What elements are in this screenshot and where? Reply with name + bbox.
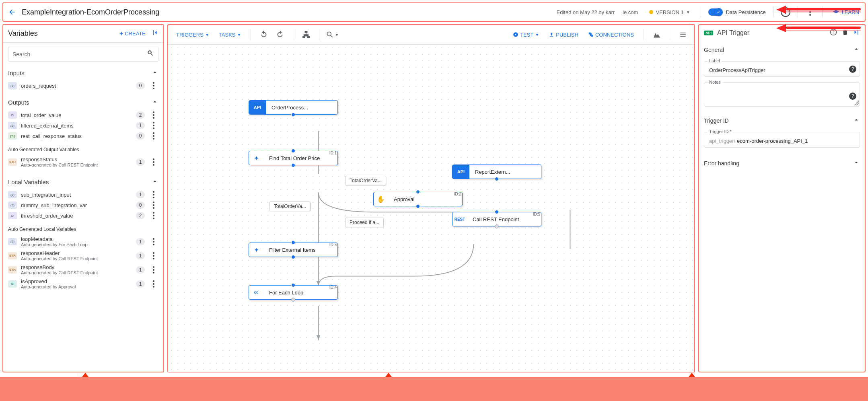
collapse-panel-button[interactable] <box>151 29 158 38</box>
error-handling-section-header[interactable]: Error handling <box>704 157 860 169</box>
domain-label: le.com <box>623 9 638 15</box>
variable-item[interactable]: BisApprovedAuto-generated by Approval1 <box>3 277 163 291</box>
chevron-down-icon <box>853 159 860 167</box>
autogen-local-heading: Auto Generated Local Variables <box>3 224 163 234</box>
variable-item[interactable]: STRresponseBodyAuto-generated by Call RE… <box>3 263 163 277</box>
port-icon[interactable] <box>291 241 295 245</box>
chevron-down-icon: ▼ <box>205 33 209 37</box>
variable-menu-button[interactable] <box>149 252 158 259</box>
usage-count-badge: 1 <box>136 158 145 166</box>
variable-item[interactable]: (J)dummy_sub_integration_var0 <box>3 200 163 210</box>
type-chip-icon: (J) <box>8 238 17 245</box>
variable-menu-button[interactable] <box>149 212 158 219</box>
port-icon[interactable] <box>291 255 295 259</box>
chevron-down-icon: ▼ <box>686 10 690 14</box>
connections-button[interactable]: CONNECTIONS <box>584 29 638 40</box>
port-icon[interactable] <box>495 210 499 214</box>
variable-menu-button[interactable] <box>149 111 158 119</box>
node-trigger-orderprocess[interactable]: API OrderProcess... <box>249 100 338 115</box>
usage-count-badge: 2 <box>136 111 145 119</box>
chevron-up-icon <box>151 178 158 186</box>
variable-menu-button[interactable] <box>149 238 158 245</box>
back-button[interactable] <box>6 6 19 19</box>
publish-button[interactable]: PUBLISH <box>545 29 582 40</box>
variable-menu-button[interactable] <box>149 266 158 274</box>
variable-menu-button[interactable] <box>149 132 158 140</box>
general-section-header[interactable]: General <box>704 44 860 56</box>
variable-name: responseStatusAuto-generated by Call RES… <box>21 156 132 167</box>
resize-handle-icon[interactable] <box>854 101 859 105</box>
port-icon[interactable] <box>291 298 295 302</box>
variable-item[interactable]: [S]rest_call_response_status0 <box>3 131 163 141</box>
notes-textarea[interactable] <box>709 88 855 101</box>
node-task-find-total[interactable]: ID:1 ✦ Find Total Order Price <box>249 151 338 165</box>
variable-item[interactable]: (J)orders_request0 <box>3 80 163 91</box>
port-icon[interactable] <box>291 149 295 153</box>
node-task-filter[interactable]: ID:3 ✦ Filter External Items <box>249 243 338 257</box>
undo-button[interactable] <box>257 27 271 42</box>
divider <box>670 29 670 40</box>
menu-button[interactable] <box>676 27 690 42</box>
divider <box>773 6 773 18</box>
annotation-arrow-icon <box>776 24 861 32</box>
variable-menu-button[interactable] <box>149 202 158 209</box>
inputs-section-header[interactable]: Inputs <box>3 66 163 80</box>
test-button[interactable]: TEST ▼ <box>509 29 543 40</box>
variable-item[interactable]: (J)loopMetadataAuto-generated by For Eac… <box>3 234 163 249</box>
canvas-area[interactable]: API OrderProcess... ID:1 ✦ Find Total Or… <box>168 45 694 372</box>
variable-item[interactable]: STRresponseHeaderAuto-generated by Call … <box>3 249 163 263</box>
port-icon[interactable] <box>495 224 499 228</box>
chevron-up-icon <box>151 98 158 107</box>
triggers-menu[interactable]: TRIGGERS ▼ <box>172 29 213 40</box>
node-task-approval[interactable]: ID:2 ✋ Approval <box>373 192 463 206</box>
variable-item[interactable]: (J)sub_integration_input1 <box>3 189 163 200</box>
variable-sublabel: Auto-generated by Approval <box>21 284 132 289</box>
zoom-menu[interactable]: ▼ <box>325 27 339 42</box>
help-icon[interactable]: ? <box>849 93 856 100</box>
variable-item[interactable]: STRresponseStatusAuto-generated by Call … <box>3 155 163 169</box>
divider <box>644 29 644 40</box>
variable-item[interactable]: (J)filtered_external_items1 <box>3 120 163 131</box>
node-task-foreach[interactable]: ID:4 ∞ For Each Loop <box>249 285 338 300</box>
port-icon[interactable] <box>291 163 295 167</box>
data-persistence-toggle[interactable]: ✓ Data Persistence <box>708 8 766 16</box>
logs-button[interactable] <box>650 27 664 42</box>
variable-sublabel: Auto-generated by For Each Loop <box>21 242 132 247</box>
variable-name: filtered_external_items <box>21 123 132 129</box>
trigger-id-section-header[interactable]: Trigger ID <box>704 115 860 126</box>
edge-label[interactable]: Proceed if a... <box>345 218 384 227</box>
redo-button[interactable] <box>273 27 287 42</box>
variable-menu-button[interactable] <box>149 191 158 198</box>
outputs-section-header[interactable]: Outputs <box>3 95 163 110</box>
label-field[interactable]: Label OrderProcessApiTrigger ? <box>704 61 860 77</box>
search-input[interactable] <box>8 47 158 62</box>
variable-item[interactable]: Dthreshold_order_value2 <box>3 210 163 221</box>
port-icon[interactable] <box>291 283 295 287</box>
edge-label[interactable]: TotalOrderVa... <box>269 202 311 211</box>
port-icon[interactable] <box>416 190 420 194</box>
version-dropdown[interactable]: VERSION 1 ▼ <box>646 8 693 17</box>
layout-button[interactable] <box>299 27 313 42</box>
search-field[interactable] <box>12 51 147 58</box>
variable-menu-button[interactable] <box>149 122 158 129</box>
notes-field[interactable]: Notes ? <box>704 82 860 107</box>
variable-menu-button[interactable] <box>149 280 158 288</box>
help-icon[interactable]: ? <box>849 66 856 73</box>
variable-menu-button[interactable] <box>149 158 158 166</box>
tasks-menu[interactable]: TASKS ▼ <box>215 29 245 40</box>
port-icon[interactable] <box>495 177 499 181</box>
port-icon[interactable] <box>291 113 295 117</box>
edge-label[interactable]: TotalOrderVa... <box>345 176 386 185</box>
chevron-up-icon <box>151 69 158 77</box>
node-task-rest[interactable]: ID:5 REST Call REST Endpoint <box>452 212 541 226</box>
annotation-marker-icon <box>385 373 392 377</box>
create-variable-button[interactable]: + CREATE <box>119 30 146 37</box>
node-trigger-reportextern[interactable]: API ReportExtern... <box>452 165 541 179</box>
local-section-header[interactable]: Local Variables <box>3 175 163 189</box>
variable-menu-button[interactable] <box>149 82 158 89</box>
persistence-label: Data Persistence <box>726 9 766 15</box>
port-icon[interactable] <box>416 204 420 208</box>
variable-sublabel: Auto-generated by Call REST Endpoint <box>21 270 132 275</box>
variable-item[interactable]: Dtotal_order_value2 <box>3 110 163 120</box>
trigger-id-field[interactable]: Trigger ID * api_trigger/ ecom-order-pro… <box>704 132 860 148</box>
